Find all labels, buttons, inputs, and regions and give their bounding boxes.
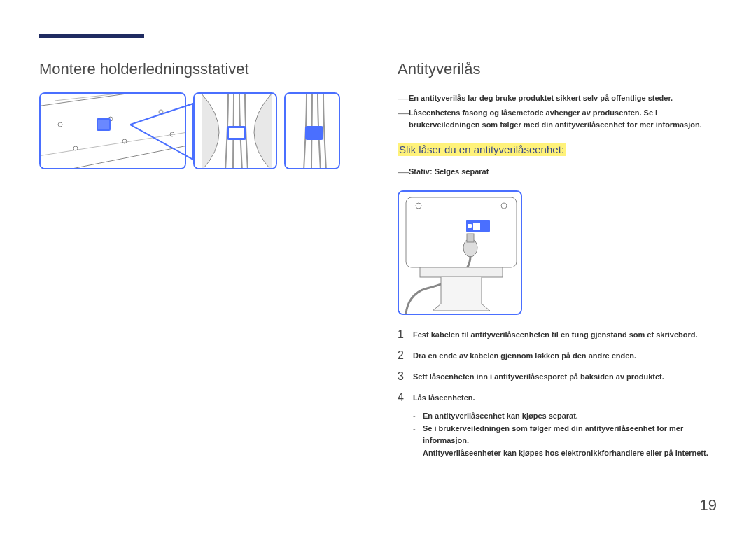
step-text: Sett låseenheten inn i antityverilåsespo… <box>413 372 664 381</box>
svg-rect-16 <box>305 126 323 140</box>
dash-icon: ― <box>398 93 409 104</box>
step-item: Sett låseenheten inn i antityverilåsespo… <box>398 372 717 382</box>
left-heading: Montere holderledningsstativet <box>39 60 368 78</box>
note-text: Se i brukerveiledningen som følger med d… <box>423 423 717 447</box>
lock-illustration <box>399 192 522 315</box>
header-rule <box>39 34 717 38</box>
sub-notes: -En antityverilåseenhet kan kjøpes separ… <box>413 410 717 459</box>
lock-sub-heading: Slik låser du en antityverilåseenhet: <box>398 143 566 156</box>
note-text: Låseenhetens fasong og låsemetode avheng… <box>409 107 717 130</box>
sub-note: -Se i brukerveiledningen som følger med … <box>413 423 717 447</box>
stand-note: ―Stativ: Selges separat <box>398 166 717 178</box>
dash-icon: ― <box>398 108 409 119</box>
step-text: Fest kabelen til antityverilåseenheten t… <box>413 330 698 339</box>
step-text: Lås låseenheten. <box>413 393 475 402</box>
intro-notes: ―En antityverilås lar deg bruke produkte… <box>398 92 717 130</box>
intro-note: ―En antityverilås lar deg bruke produkte… <box>398 92 717 104</box>
note-text: En antityverilåseenhet kan kjøpes separa… <box>423 410 578 423</box>
cable-clip-open-illustration <box>195 94 277 169</box>
dash-icon: - <box>413 447 423 460</box>
header-accent-bar <box>39 34 144 38</box>
dash-icon: ― <box>398 167 409 178</box>
diagram-cable-clip-open <box>193 92 277 169</box>
dash-icon: - <box>413 410 423 423</box>
stand-note-list: ―Stativ: Selges separat <box>398 166 717 178</box>
sub-heading-wrap: Slik låser du en antityverilåseenhet: <box>398 143 717 166</box>
note-text: Antityverilåseenheter kan kjøpes hos ele… <box>423 447 708 460</box>
step-item: Dra en ende av kabelen gjennom løkken på… <box>398 351 717 361</box>
svg-rect-23 <box>473 223 480 230</box>
content-columns: Montere holderledningsstativet <box>39 60 717 459</box>
svg-rect-0 <box>41 94 186 169</box>
svg-rect-24 <box>468 224 472 228</box>
diagram-back-panel <box>39 92 186 169</box>
svg-rect-11 <box>98 120 109 129</box>
right-column: Antityverilås ―En antityverilås lar deg … <box>398 60 717 459</box>
sub-note: -Antityverilåseenheter kan kjøpes hos el… <box>413 447 717 460</box>
svg-rect-14 <box>229 128 244 138</box>
note-text: En antityverilås lar deg bruke produktet… <box>409 92 673 104</box>
lock-steps: Fest kabelen til antityverilåseenheten t… <box>398 330 717 403</box>
cable-holder-diagrams <box>39 92 368 169</box>
svg-rect-26 <box>467 234 474 242</box>
left-column: Montere holderledningsstativet <box>39 60 368 459</box>
note-text: Stativ: Selges separat <box>409 166 489 178</box>
manual-page: Montere holderledningsstativet <box>0 0 756 534</box>
svg-rect-27 <box>420 267 503 277</box>
lock-diagram <box>398 190 522 315</box>
step-item: Fest kabelen til antityverilåseenheten t… <box>398 330 717 340</box>
step-text: Dra en ende av kabelen gjennom løkken på… <box>413 351 636 360</box>
page-number: 19 <box>700 496 717 514</box>
cable-clip-closed-illustration <box>286 94 340 169</box>
back-panel-illustration <box>41 94 186 169</box>
intro-note: ―Låseenhetens fasong og låsemetode avhen… <box>398 107 717 130</box>
step-item: Lås låseenheten. <box>398 393 717 403</box>
diagram-cable-clip-closed <box>284 92 340 169</box>
sub-note: -En antityverilåseenhet kan kjøpes separ… <box>413 410 717 423</box>
right-heading: Antityverilås <box>398 60 717 78</box>
dash-icon: - <box>413 423 423 435</box>
